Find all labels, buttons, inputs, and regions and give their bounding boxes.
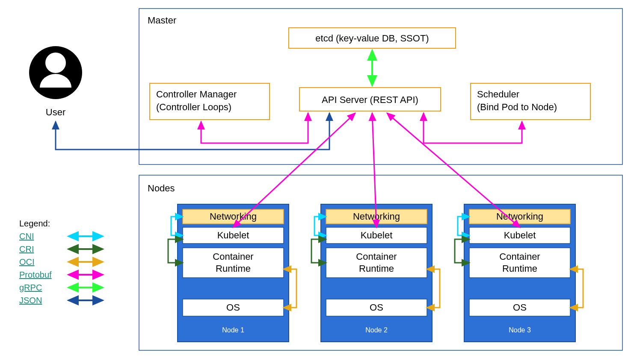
legend-link[interactable]: OCI (19, 257, 35, 267)
legend-link[interactable]: CNI (19, 232, 34, 241)
etcd-label: etcd (key-value DB, SSOT) (315, 33, 429, 44)
svg-point-0 (45, 53, 66, 73)
node-runtime-line1: Container (213, 251, 253, 262)
node-os-label: OS (513, 302, 527, 313)
legend-link[interactable]: gRPC (19, 283, 42, 292)
node-runtime-line1: Container (499, 251, 540, 262)
node-name: Node 3 (509, 326, 531, 334)
node-kubelet-label: Kubelet (361, 230, 393, 241)
legend-link[interactable]: JSON (19, 296, 42, 305)
node-name: Node 1 (222, 326, 244, 334)
scheduler-line1: Scheduler (477, 89, 519, 100)
node-runtime-line1: Container (356, 251, 397, 262)
architecture-diagram: UserMasteretcd (key-value DB, SSOT)Contr… (0, 0, 631, 364)
node-runtime-line2: Runtime (502, 263, 537, 274)
nodes-title: Nodes (148, 183, 175, 194)
scheduler-line2: (Bind Pod to Node) (477, 102, 557, 112)
api-server-label: API Server (REST API) (322, 94, 418, 105)
controller-line1: Controller Manager (156, 89, 237, 100)
user-label: User (46, 107, 65, 117)
controller-line2: (Controller Loops) (156, 102, 231, 112)
legend-link[interactable]: CRI (19, 244, 34, 254)
legend-title: Legend: (19, 219, 50, 228)
master-title: Master (148, 15, 176, 26)
node-name: Node 2 (365, 326, 388, 334)
node-kubelet-label: Kubelet (217, 230, 249, 241)
node-kubelet-label: Kubelet (504, 230, 536, 241)
node-runtime-line2: Runtime (359, 263, 394, 274)
node-os-label: OS (226, 302, 240, 313)
node-runtime-line2: Runtime (216, 263, 251, 274)
node-os-label: OS (370, 302, 383, 313)
legend-link[interactable]: Protobuf (19, 270, 52, 279)
